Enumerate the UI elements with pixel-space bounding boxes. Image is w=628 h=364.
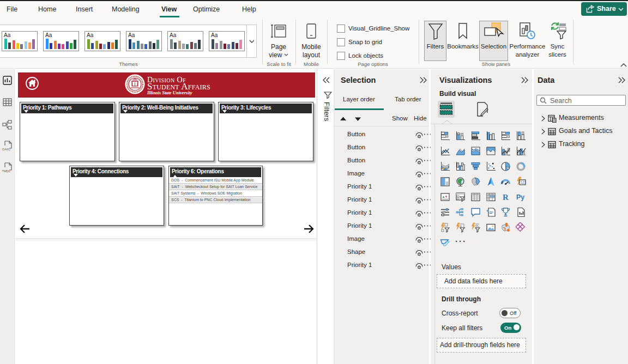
- svg-text:TMDL: TMDL: [2, 169, 11, 173]
- svg-text:123: 123: [520, 180, 526, 184]
- svg-text:DAX): DAX): [2, 147, 10, 151]
- svg-text:R: R: [503, 193, 509, 202]
- svg-text:Py: Py: [516, 193, 524, 201]
